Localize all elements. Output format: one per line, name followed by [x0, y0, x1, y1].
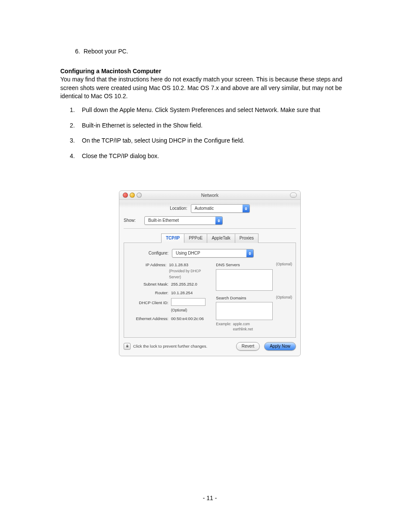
show-value: Built-in Ethernet [145, 218, 182, 224]
section-heading: Configuring a Macintosh Computer [60, 67, 359, 76]
dhcp-note: (Optional) [171, 308, 187, 313]
step-1: Pull down the Apple Menu. Click System P… [82, 106, 359, 115]
revert-button[interactable]: Revert [236, 342, 260, 351]
ethernet-label: Ethernet Address: [128, 316, 171, 321]
tabs: TCP/IP PPPoE AppleTalk Proxies [124, 233, 296, 243]
chevron-updown-icon [243, 205, 249, 212]
search-optional: (Optional) [276, 295, 292, 301]
ethernet-value: 00:50:e4:00:2c:06 [171, 316, 204, 321]
tab-pppoe[interactable]: PPPoE [184, 233, 207, 243]
apply-now-button[interactable]: Apply Now [264, 342, 296, 351]
window-title: Network [119, 192, 300, 199]
lock-icon[interactable] [124, 343, 131, 350]
dhcp-client-id-input[interactable] [171, 298, 206, 306]
page-number: - 11 - [60, 494, 359, 503]
configure-label: Configure: [128, 250, 172, 256]
step-3: On the TCP/IP tab, select Using DHCP in … [82, 137, 359, 145]
ip-value: 10.1.28.83 [169, 262, 188, 267]
step-6: 6.Reboot your PC. [60, 47, 359, 56]
step-6-number: 6. [72, 47, 80, 56]
ip-note: (Provided by DHCP Server) [169, 269, 201, 279]
dns-servers-input[interactable] [216, 269, 273, 291]
step-6-text: Reboot your PC. [84, 48, 128, 55]
show-label: Show: [124, 218, 144, 224]
show-select[interactable]: Built-in Ethernet [144, 216, 223, 225]
chevron-updown-icon [246, 249, 253, 257]
ip-label: IP Address: [128, 262, 169, 268]
toolbar-pill-icon[interactable] [290, 193, 297, 198]
location-value: Automatic [191, 205, 217, 212]
example-value-1: apple.com [233, 322, 250, 326]
router-value: 10.1.28.254 [171, 290, 193, 296]
location-select[interactable]: Automatic [191, 204, 250, 213]
lock-text: Click the lock to prevent further change… [133, 343, 207, 349]
configure-value: Using DHCP [172, 250, 204, 256]
titlebar: Network [119, 191, 300, 200]
step-2: Built-in Ethernet is selected in the Sho… [82, 121, 359, 130]
steps-list: Pull down the Apple Menu. Click System P… [60, 106, 359, 160]
macos-network-window: Network Location: Automatic Show: Built-… [119, 190, 301, 356]
tab-tcpip[interactable]: TCP/IP [161, 233, 184, 243]
mask-label: Subnet Mask: [128, 281, 171, 287]
intro-paragraph: You may find that the instructions here … [60, 75, 359, 101]
mask-value: 255.255.252.0 [171, 281, 197, 287]
dns-label: DNS Servers [216, 262, 240, 268]
search-domains-input[interactable] [216, 302, 273, 320]
dns-optional: (Optional) [276, 262, 292, 268]
example-value-2: earthlink.net [233, 327, 253, 331]
tab-appletalk[interactable]: AppleTalk [207, 233, 235, 243]
example-label: Example: [216, 322, 231, 332]
step-4: Close the TCP/IP dialog box. [82, 152, 359, 161]
router-label: Router: [128, 290, 171, 296]
chevron-updown-icon [215, 217, 222, 224]
search-domains-label: Search Domains [216, 295, 246, 301]
tcpip-panel: Configure: Using DHCP IP Address: 10.1.2… [124, 243, 296, 337]
configure-select[interactable]: Using DHCP [172, 249, 254, 258]
dhcp-client-id-label: DHCP Client ID: [128, 300, 171, 305]
tab-proxies[interactable]: Proxies [235, 233, 258, 243]
location-label: Location: [170, 205, 191, 212]
